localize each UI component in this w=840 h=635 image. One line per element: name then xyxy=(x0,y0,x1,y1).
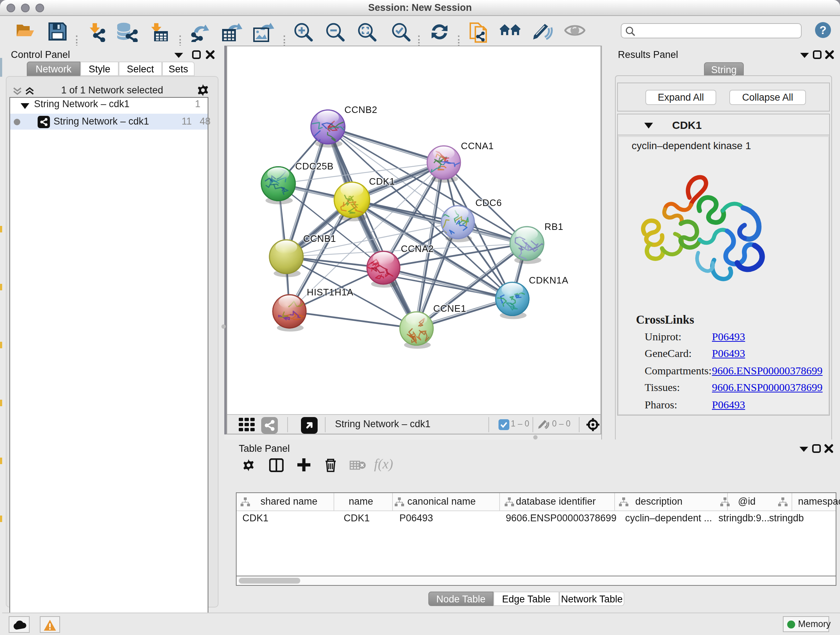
svg-text:HIST1H1A: HIST1H1A xyxy=(307,287,354,298)
svg-text:CCNB2: CCNB2 xyxy=(344,104,377,115)
svg-text:CCNA1: CCNA1 xyxy=(461,141,494,151)
svg-text:RB1: RB1 xyxy=(545,221,563,232)
svg-text:CDKN1A: CDKN1A xyxy=(529,275,568,286)
svg-text:CCNB1: CCNB1 xyxy=(303,233,336,244)
svg-text:CCNA2: CCNA2 xyxy=(401,243,434,254)
svg-text:?: ? xyxy=(819,24,827,36)
svg-text:CDK1: CDK1 xyxy=(369,176,395,187)
svg-text:CDC25B: CDC25B xyxy=(295,161,333,172)
svg-text:CDC6: CDC6 xyxy=(475,197,502,208)
svg-text:CCNE1: CCNE1 xyxy=(433,303,466,314)
